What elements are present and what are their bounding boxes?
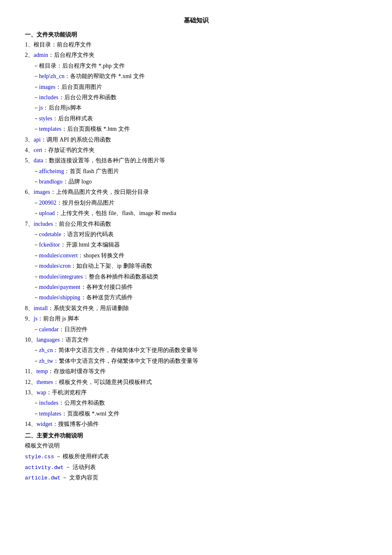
list-item: －upload：上传文件夹，包括 file、flash、image 和 medi… bbox=[33, 209, 367, 218]
list-item: 6、images：上传商品图片文件夹，按日期分目录 bbox=[25, 188, 367, 197]
list-item: style.css － 模板所使用样式表 bbox=[25, 452, 367, 462]
list-item: －根目录：后台程序文件 *.php 文件 bbox=[33, 61, 367, 71]
list-item: －help\zh_cn：各功能的帮助文件 *.xml 文件 bbox=[33, 72, 367, 81]
list-item: －includes：公用文件和函数 bbox=[33, 399, 367, 408]
list-item: 4、cert：存放证书的文件夹 bbox=[25, 146, 367, 155]
list-item: －brandlogo：品牌 logo bbox=[33, 177, 367, 186]
section-folder-desc: 一、文件夹功能说明 1、根目录：前台程序文件 2、admin：后台程序文件夹 －… bbox=[25, 31, 367, 429]
list-item: －zh_tw：繁体中文语言文件，存储繁体中文下使用的函数变量等 bbox=[33, 357, 367, 366]
section-main-files: 二、主要文件功能说明 模板文件说明 style.css － 模板所使用样式表 a… bbox=[25, 432, 367, 483]
list-item: －images：后台页面用图片 bbox=[33, 83, 367, 92]
page-title: 基础知识 bbox=[25, 17, 367, 24]
list-item: activity.dwt － 活动列表 bbox=[25, 463, 367, 472]
list-item: －zh_cn：简体中文语言文件，存储简体中文下使用的函数变量等 bbox=[33, 346, 367, 355]
list-item: 3、api：调用 API 的系统公用函数 bbox=[25, 135, 367, 144]
list-item: －afficheimg：首页 flash 广告图片 bbox=[33, 167, 367, 176]
list-item: －includes：后台公用文件和函数 bbox=[33, 93, 367, 102]
list-item: －modules\shipping：各种送货方式插件 bbox=[33, 293, 367, 302]
list-item: 1、根目录：前台程序文件 bbox=[25, 40, 367, 49]
list-item: －calendar：日历控件 bbox=[33, 325, 367, 334]
list-item: －styles：后台用样式表 bbox=[33, 114, 367, 123]
list-item: －templates：页面模板 *.wml 文件 bbox=[33, 409, 367, 418]
list-item: －fckeditor：开源 html 文本编辑器 bbox=[33, 240, 367, 249]
list-item: 12、themes：模板文件夹，可以随意拷贝模板样式 bbox=[25, 378, 367, 387]
section1-heading: 一、文件夹功能说明 bbox=[25, 31, 367, 39]
item-text: 2、admin：后台程序文件夹 bbox=[25, 52, 95, 58]
list-item: 8、install：系统安装文件夹，用后请删除 bbox=[25, 304, 367, 313]
list-item: 10、languages：语言文件 bbox=[25, 335, 367, 345]
list-item: －codetable：语言对应的代码表 bbox=[33, 230, 367, 239]
list-item: －modules\integrates：整合各种插件和函数基础类 bbox=[33, 272, 367, 281]
template-files-subheading: 模板文件说明 bbox=[25, 441, 367, 450]
list-item: 7、includes：前台公用文件和函数 bbox=[25, 220, 367, 229]
list-item: －modules\cron：如自动上下架、ip 删除等函数 bbox=[33, 262, 367, 271]
list-item: 11、temp：存放临时缓存等文件 bbox=[25, 367, 367, 376]
list-item: －modules\convert：shopex 转换文件 bbox=[33, 251, 367, 260]
list-item: article.dwt － 文章内容页 bbox=[25, 473, 367, 483]
list-item: 2、admin：后台程序文件夹 bbox=[25, 51, 367, 60]
list-item: －modules\payment：各种支付接口插件 bbox=[33, 283, 367, 292]
list-item: 14、widget：搜狐博客小插件 bbox=[25, 420, 367, 429]
list-item: 9、js：前台用 js 脚本 bbox=[25, 314, 367, 323]
page-container: 基础知识 一、文件夹功能说明 1、根目录：前台程序文件 2、admin：后台程序… bbox=[25, 17, 367, 483]
item-text: 1、根目录：前台程序文件 bbox=[25, 42, 92, 48]
list-item: 5、data：数据连接设置等，包括各种广告的上传图片等 bbox=[25, 156, 367, 165]
list-item: －js：后台用js脚本 bbox=[33, 103, 367, 112]
section2-heading: 二、主要文件功能说明 bbox=[25, 432, 367, 440]
list-item: －templates：后台页面模板 *.htm 文件 bbox=[33, 125, 367, 134]
list-item: 13、wap：手机浏览程序 bbox=[25, 388, 367, 397]
list-item: －200902：按月份划分商品图片 bbox=[33, 198, 367, 208]
